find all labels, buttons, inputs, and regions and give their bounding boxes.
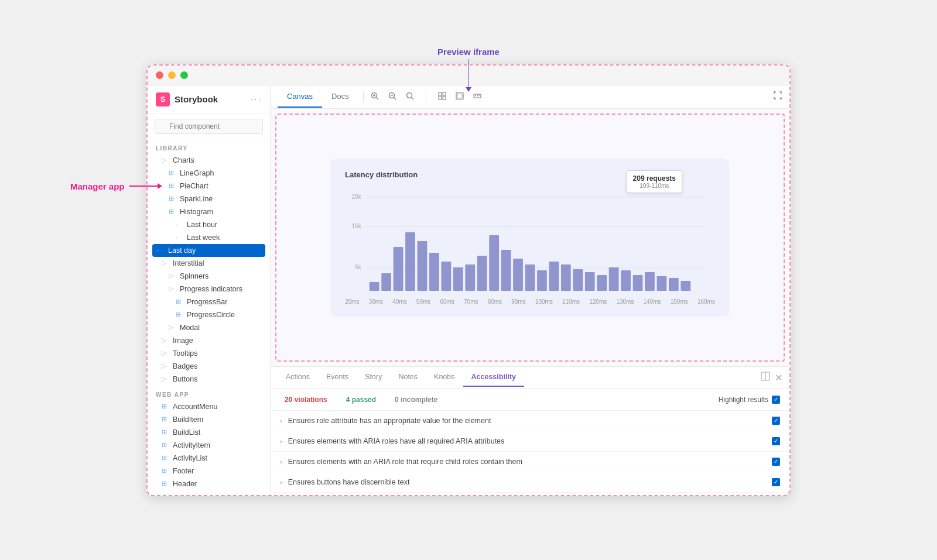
tab-docs[interactable]: Docs bbox=[322, 86, 358, 108]
rule-row-4[interactable]: › Ensures buttons have discernible text … bbox=[271, 472, 789, 493]
sidebar-item-label: LineGraph bbox=[180, 169, 214, 177]
sidebar-item-sparkline[interactable]: ⊞ SparkLine bbox=[148, 193, 270, 205]
sidebar-item-label: Buttons bbox=[173, 375, 197, 383]
tab-actions[interactable]: Actions bbox=[278, 368, 318, 387]
component-icon: ⊞ bbox=[162, 454, 170, 462]
close-button[interactable] bbox=[156, 71, 163, 79]
sidebar-item-label: ActivityList bbox=[173, 454, 207, 462]
tab-story[interactable]: Story bbox=[357, 368, 390, 387]
folder-icon: ▷ bbox=[162, 375, 170, 383]
sidebar-item-label: Last day bbox=[168, 246, 196, 255]
folder-icon: ▷ bbox=[162, 349, 170, 357]
sidebar-item-label: Histogram bbox=[180, 208, 213, 216]
sidebar-item-modal[interactable]: ▷ Modal bbox=[148, 321, 270, 334]
sidebar-item-label: ProgressBar bbox=[187, 298, 227, 306]
sidebar-item-label: ProgressCircle bbox=[187, 311, 235, 319]
folder-icon: ▷ bbox=[169, 285, 177, 293]
sidebar-menu-button[interactable]: ··· bbox=[251, 94, 262, 105]
sidebar-item-activitylist[interactable]: ⊞ ActivityList bbox=[148, 452, 270, 465]
folder-icon: ▷ bbox=[162, 259, 170, 267]
zoom-in-icon[interactable] bbox=[368, 90, 381, 104]
bottom-panel: Actions Events Story Notes Knobs Accessi… bbox=[271, 366, 789, 495]
sidebar-item-progressbar[interactable]: ⊞ ProgressBar bbox=[148, 296, 270, 308]
violations-badge[interactable]: 20 violations bbox=[280, 394, 332, 406]
sidebar-item-progresscircle[interactable]: ⊞ ProgressCircle bbox=[148, 308, 270, 321]
sidebar-item-label: Progress indicators bbox=[180, 285, 242, 293]
rule-row-1[interactable]: › Ensures role attribute has an appropri… bbox=[271, 411, 789, 431]
sidebar-item-label: BuildItem bbox=[173, 415, 203, 424]
component-icon: ⊞ bbox=[162, 480, 170, 487]
zoom-out-icon[interactable] bbox=[386, 90, 399, 104]
sidebar-item-label: Last week bbox=[187, 233, 220, 242]
tab-knobs[interactable]: Knobs bbox=[426, 368, 463, 387]
sidebar-item-image[interactable]: ▷ Image bbox=[148, 334, 270, 347]
sidebar-item-last-day[interactable]: · Last day bbox=[152, 244, 265, 257]
sidebar-item-spinners[interactable]: ▷ Spinners bbox=[148, 270, 270, 283]
preview-iframe-label: Preview iframe bbox=[437, 47, 500, 88]
component-icon: ⊞ bbox=[176, 311, 184, 318]
svg-rect-43 bbox=[585, 272, 595, 291]
sidebar-item-interstitial[interactable]: ▷ Interstitial bbox=[148, 257, 270, 270]
sidebar-item-last-week[interactable]: · Last week bbox=[148, 231, 270, 244]
story-icon: · bbox=[157, 247, 165, 254]
rule-checkbox[interactable]: ✓ bbox=[772, 478, 780, 486]
svg-rect-31 bbox=[442, 262, 452, 291]
tab-events[interactable]: Events bbox=[318, 368, 357, 387]
svg-point-7 bbox=[406, 92, 412, 98]
tab-accessibility[interactable]: Accessibility bbox=[463, 368, 524, 387]
x-label: 90ms bbox=[511, 298, 525, 305]
svg-rect-9 bbox=[439, 92, 442, 95]
ruler-icon[interactable] bbox=[471, 90, 484, 104]
sidebar-item-header[interactable]: ⊞ Header bbox=[148, 477, 270, 490]
sidebar-item-accountmenu[interactable]: ⊞ AccountMenu bbox=[148, 400, 270, 413]
highlight-checkbox[interactable]: ✓ bbox=[772, 396, 780, 404]
rule-row-3[interactable]: › Ensures elements with an ARIA role tha… bbox=[271, 452, 789, 472]
x-label: 30ms bbox=[369, 298, 383, 305]
sidebar-item-builditem[interactable]: ⊞ BuildItem bbox=[148, 413, 270, 426]
component-icon: ⊞ bbox=[176, 298, 184, 305]
svg-rect-27 bbox=[394, 247, 403, 291]
svg-line-5 bbox=[394, 97, 396, 99]
svg-rect-33 bbox=[465, 264, 475, 291]
sidebar-item-linegraph[interactable]: ⊞ LineGraph bbox=[148, 167, 270, 180]
sidebar-item-histogram[interactable]: ⊞ Histogram bbox=[148, 205, 270, 218]
sidebar-item-badges[interactable]: ▷ Badges bbox=[148, 360, 270, 373]
sidebar-item-last-hour[interactable]: · Last hour bbox=[148, 218, 270, 231]
sidebar-item-buttons[interactable]: ▷ Buttons bbox=[148, 373, 270, 386]
sidebar-item-piechart[interactable]: ⊞ PieChart bbox=[148, 180, 270, 193]
maximize-button[interactable] bbox=[180, 71, 188, 79]
close-panel-icon[interactable]: ✕ bbox=[775, 372, 782, 383]
outline-icon[interactable] bbox=[453, 90, 466, 104]
sidebar-item-activityitem[interactable]: ⊞ ActivityItem bbox=[148, 439, 270, 452]
sidebar-item-label: Header bbox=[173, 480, 197, 488]
preview-iframe-area: Latency distribution 209 requests 109-11… bbox=[275, 114, 785, 362]
svg-rect-30 bbox=[429, 253, 439, 291]
sidebar-header: S Storybook ··· bbox=[148, 85, 270, 114]
split-pane-icon[interactable] bbox=[761, 372, 770, 383]
minimize-button[interactable] bbox=[168, 71, 176, 79]
sidebar-item-charts[interactable]: ▷ Charts bbox=[148, 154, 270, 167]
zoom-reset-icon[interactable] bbox=[403, 90, 416, 104]
svg-rect-44 bbox=[597, 275, 607, 291]
rule-row-2[interactable]: › Ensures elements with ARIA roles have … bbox=[271, 431, 789, 452]
incomplete-badge[interactable]: 0 incomplete bbox=[390, 394, 442, 406]
story-icon: · bbox=[176, 221, 184, 228]
sidebar-item-buildlist[interactable]: ⊞ BuildList bbox=[148, 426, 270, 439]
sidebar-item-progress-indicators[interactable]: ▷ Progress indicators bbox=[148, 283, 270, 296]
tab-canvas[interactable]: Canvas bbox=[278, 86, 322, 108]
search-input[interactable] bbox=[155, 119, 263, 134]
sidebar-item-tooltips[interactable]: ▷ Tooltips bbox=[148, 347, 270, 360]
grid-icon[interactable] bbox=[436, 90, 449, 104]
passed-badge[interactable]: 4 passed bbox=[341, 394, 381, 406]
rule-checkbox[interactable]: ✓ bbox=[772, 458, 780, 466]
svg-rect-48 bbox=[645, 272, 655, 291]
sidebar-item-footer[interactable]: ⊞ Footer bbox=[148, 465, 270, 477]
toolbar-separator-2 bbox=[426, 91, 426, 102]
chart-x-labels: 20ms 30ms 40ms 50ms 60ms 70ms 80ms 90ms … bbox=[345, 298, 715, 305]
chart-svg: 20k 15k 5k bbox=[345, 188, 715, 294]
fullscreen-icon[interactable] bbox=[773, 91, 782, 102]
chevron-right-icon: › bbox=[280, 417, 282, 424]
rule-checkbox[interactable]: ✓ bbox=[772, 437, 780, 445]
rule-checkbox[interactable]: ✓ bbox=[772, 417, 780, 425]
tab-notes[interactable]: Notes bbox=[390, 368, 426, 387]
